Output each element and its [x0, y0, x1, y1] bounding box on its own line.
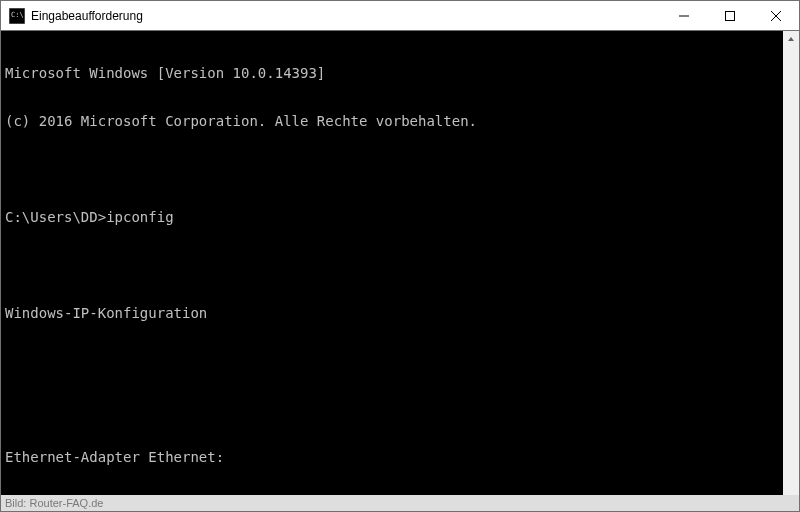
output-line: Ethernet-Adapter Ethernet: — [5, 449, 795, 465]
command-prompt-window: C:\ Eingabeaufforderung Microsoft Window… — [0, 0, 800, 512]
output-line: (c) 2016 Microsoft Corporation. Alle Rec… — [5, 113, 795, 129]
output-line: Windows-IP-Konfiguration — [5, 305, 795, 321]
output-line — [5, 353, 795, 369]
image-caption: Bild: Router-FAQ.de — [1, 495, 799, 511]
output-line — [5, 401, 795, 417]
output-line: Microsoft Windows [Version 10.0.14393] — [5, 65, 795, 81]
scrollbar-track[interactable] — [783, 47, 799, 495]
output-line — [5, 257, 795, 273]
scroll-up-button[interactable] — [783, 31, 799, 47]
maximize-button[interactable] — [707, 1, 753, 30]
titlebar[interactable]: C:\ Eingabeaufforderung — [1, 1, 799, 31]
svg-text:C:\: C:\ — [11, 11, 24, 19]
vertical-scrollbar[interactable] — [783, 31, 799, 511]
minimize-button[interactable] — [661, 1, 707, 30]
terminal-output[interactable]: Microsoft Windows [Version 10.0.14393] (… — [1, 31, 799, 511]
svg-marker-7 — [788, 37, 794, 41]
svg-rect-4 — [726, 11, 735, 20]
window-controls — [661, 1, 799, 30]
output-line — [5, 161, 795, 177]
window-title: Eingabeaufforderung — [31, 9, 661, 23]
close-button[interactable] — [753, 1, 799, 30]
prompt-line: C:\Users\DD>ipconfig — [5, 209, 795, 225]
cmd-icon: C:\ — [9, 8, 25, 24]
